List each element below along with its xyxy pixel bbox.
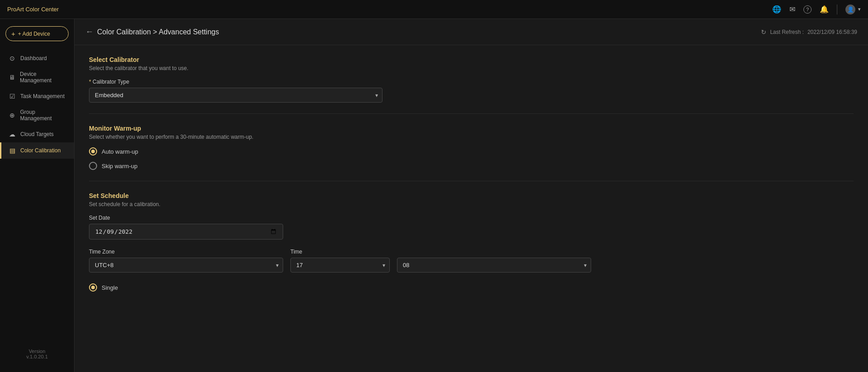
monitor-warmup-section: Monitor Warm-up Select whether you want … [89,125,854,170]
device-management-icon: 🖥 [9,74,15,81]
set-schedule-section: Set Schedule Set schedule for a calibrat… [89,192,854,292]
refresh-icon[interactable]: ↻ [761,28,766,36]
content-area: ← Color Calibration > Advanced Settings … [75,19,868,372]
sidebar-item-cloud-targets[interactable]: ☁ Cloud Targets [0,126,74,142]
timezone-field-group: Time Zone UTC+8 UTC+0 UTC-5 UTC+9 ▾ [89,249,283,273]
topbar-separator [837,5,837,14]
back-button[interactable]: ← [85,27,93,37]
auto-warmup-radio[interactable] [89,147,97,155]
divider-1 [89,113,854,114]
timezone-label: Time Zone [89,249,283,255]
plus-icon: + [11,30,15,38]
user-menu[interactable]: 👤 ▾ [845,5,861,14]
add-device-button[interactable]: + + Add Device [5,26,69,41]
app-title: ProArt Color Center [7,6,59,13]
color-calibration-icon: ▤ [9,147,16,154]
topbar-icons: 🌐 ✉ ? 🔔 👤 ▾ [772,5,861,14]
calibrator-type-wrapper: Embedded External ▾ [89,88,383,103]
single-radio[interactable] [89,283,97,292]
sidebar-item-task-management[interactable]: ☑ Task Management [0,88,74,104]
main-layout: + + Add Device ⊙ Dashboard 🖥 Device Mana… [0,19,868,372]
time-hour-wrapper: 17 ▾ [290,258,390,273]
avatar: 👤 [845,5,855,14]
group-management-icon: ⊕ [9,112,16,119]
time-min-field-group: Time 08 ▾ [397,249,591,273]
select-calibrator-title: Select Calibrator [89,56,854,63]
dashboard-icon: ⊙ [9,55,16,62]
skip-warmup-radio[interactable] [89,162,97,170]
task-management-icon: ☑ [9,93,16,100]
content-header: ← Color Calibration > Advanced Settings … [75,19,868,45]
breadcrumb-text: Color Calibration > Advanced Settings [97,28,219,36]
date-field-group: Set Date [89,215,854,240]
help-icon[interactable]: ? [803,5,812,14]
globe-icon[interactable]: 🌐 [772,5,781,14]
time-min-wrapper: 08 ▾ [397,258,591,273]
select-calibrator-desc: Select the calibrator that you want to u… [89,65,854,71]
select-calibrator-section: Select Calibrator Select the calibrator … [89,56,854,103]
frequency-section: Single [89,283,854,292]
set-schedule-desc: Set schedule for a calibration. [89,201,854,207]
divider-2 [89,181,854,181]
time-hour-select[interactable]: 17 [290,258,390,273]
sidebar-item-color-calibration[interactable]: ▤ Color Calibration [0,142,74,159]
auto-warmup-option[interactable]: Auto warm-up [89,147,854,155]
auto-warmup-dot [91,150,95,153]
single-dot [91,286,95,289]
calibrator-type-label: * Calibrator Type [89,79,854,85]
frequency-radio-group: Single [89,283,854,292]
sidebar-version: Version v.1.0.20.1 [0,343,74,365]
sidebar: + + Add Device ⊙ Dashboard 🖥 Device Mana… [0,19,75,372]
warmup-radio-group: Auto warm-up Skip warm-up [89,147,854,170]
user-chevron-icon: ▾ [858,6,861,12]
time-hour-field-group: Time 17 ▾ [290,249,390,273]
time-min-select[interactable]: 08 [397,258,591,273]
monitor-warmup-desc: Select whether you want to perform a 30-… [89,134,854,140]
sidebar-item-dashboard[interactable]: ⊙ Dashboard [0,50,74,66]
sidebar-item-group-management[interactable]: ⊕ Group Management [0,104,74,126]
mail-icon[interactable]: ✉ [789,5,795,14]
calibrator-type-select[interactable]: Embedded External [89,88,383,103]
monitor-warmup-title: Monitor Warm-up [89,125,854,132]
set-date-label: Set Date [89,215,854,221]
timezone-wrapper: UTC+8 UTC+0 UTC-5 UTC+9 ▾ [89,258,283,273]
sidebar-item-device-management[interactable]: 🖥 Device Management [0,66,74,88]
bell-icon[interactable]: 🔔 [820,5,829,14]
timezone-select[interactable]: UTC+8 UTC+0 UTC-5 UTC+9 [89,258,283,273]
scroll-content: Select Calibrator Select the calibrator … [75,45,868,372]
single-option[interactable]: Single [89,283,854,292]
time-label: Time [290,249,390,255]
topbar: ProArt Color Center 🌐 ✉ ? 🔔 👤 ▾ [0,0,868,19]
date-input[interactable] [89,224,283,240]
set-schedule-title: Set Schedule [89,192,854,199]
time-row: Time Zone UTC+8 UTC+0 UTC-5 UTC+9 ▾ [89,249,854,273]
breadcrumb: ← Color Calibration > Advanced Settings [85,27,219,37]
cloud-targets-icon: ☁ [9,131,16,138]
skip-warmup-option[interactable]: Skip warm-up [89,162,854,170]
last-refresh: ↻ Last Refresh : 2022/12/09 16:58:39 [761,28,857,36]
